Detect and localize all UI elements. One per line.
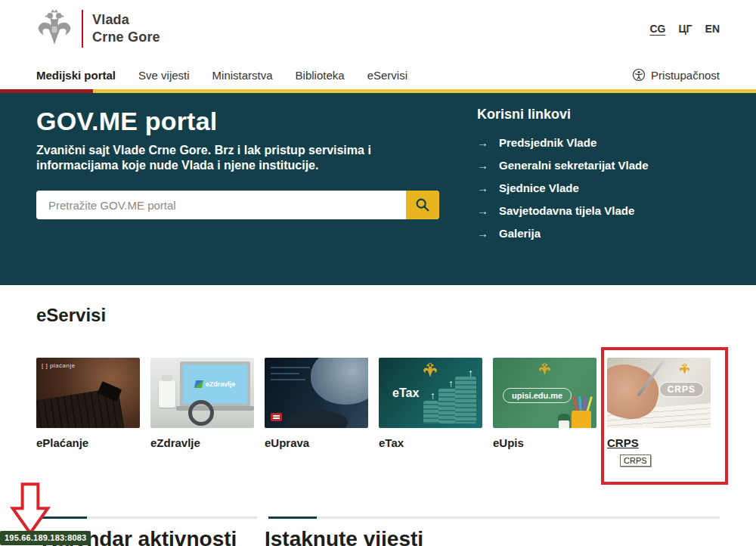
card-image-euprava bbox=[265, 358, 368, 428]
pencil-cup-shape bbox=[572, 411, 591, 428]
etax-logo-text: eTax bbox=[392, 386, 419, 400]
card-image-eupis: upisi.edu.me bbox=[493, 358, 596, 428]
code-line bbox=[271, 379, 305, 380]
card-image-crps: CRPS bbox=[607, 358, 711, 428]
card-label-etax: eTax bbox=[379, 436, 482, 449]
hero-subtitle: Zvanični sajt Vlade Crne Gore. Brz i lak… bbox=[36, 143, 423, 172]
card-eupis[interactable]: upisi.edu.me eUpis bbox=[493, 358, 596, 449]
government-logo[interactable]: Vlada Crne Gore bbox=[36, 8, 160, 50]
pot-shape bbox=[559, 420, 569, 428]
coat-of-arms-icon bbox=[538, 362, 551, 377]
nav-item-ministarstva[interactable]: Ministarstva bbox=[212, 69, 273, 82]
accessibility-label: Pristupačnost bbox=[651, 69, 720, 82]
section-divider-left bbox=[42, 517, 257, 519]
laptop-shape: eZdravlje bbox=[180, 361, 250, 407]
card-image-ezdravlje: eZdravlje bbox=[150, 358, 254, 428]
stethoscope-shape bbox=[188, 400, 214, 426]
lang-en[interactable]: EN bbox=[705, 23, 720, 35]
arrow-right-icon: → bbox=[477, 160, 488, 171]
coin-stack bbox=[423, 401, 438, 423]
coin-stack bbox=[455, 377, 476, 423]
coat-of-arms-icon bbox=[423, 362, 438, 379]
lang-cg-latin[interactable]: CG bbox=[649, 23, 665, 35]
card-label-eplacanje: ePlaćanje bbox=[36, 436, 140, 449]
card-crps[interactable]: CRPS CRPS bbox=[607, 358, 711, 449]
divider-accent bbox=[268, 517, 317, 519]
main-content: eServisi [ ] plaćanje ePlaćanje eZdravlj… bbox=[0, 285, 756, 546]
arrow-right-icon: → bbox=[477, 137, 488, 148]
coat-of-arms-icon bbox=[679, 363, 690, 376]
card-image-eplacanje: [ ] plaćanje bbox=[36, 358, 140, 428]
link-generalni-sekretarijat[interactable]: → Generalni sekretarijat Vlade bbox=[477, 159, 649, 172]
logo-divider bbox=[82, 10, 83, 48]
card-image-etax: eTax ↑ ↑ ↑ bbox=[379, 358, 482, 428]
up-arrow-icon: ↑ bbox=[468, 367, 473, 379]
person-shape bbox=[311, 358, 368, 405]
search-icon bbox=[414, 197, 431, 213]
card-etax[interactable]: eTax ↑ ↑ ↑ eTax bbox=[379, 358, 482, 449]
hero-section: GOV.ME portal Zvanični sajt Vlade Crne G… bbox=[0, 93, 756, 285]
language-switcher: CG ЦГ EN bbox=[649, 23, 720, 35]
search-input[interactable] bbox=[36, 191, 406, 219]
up-arrow-icon: ↑ bbox=[448, 377, 454, 389]
code-line bbox=[271, 367, 310, 368]
arrow-right-icon: → bbox=[477, 182, 488, 194]
link-label: Galerija bbox=[499, 227, 541, 240]
ezdravlje-logo-text: eZdravlje bbox=[206, 380, 236, 388]
placanje-logo: [ ] plaćanje bbox=[42, 362, 76, 369]
search-bar bbox=[36, 191, 439, 219]
nav-item-biblioteka[interactable]: Biblioteka bbox=[296, 69, 345, 82]
search-button[interactable] bbox=[406, 191, 439, 219]
eservices-card-row: [ ] plaćanje ePlaćanje eZdravlje eZdravl… bbox=[36, 358, 711, 449]
link-savjetodavna-tijela[interactable]: → Savjetodavna tijela Vlade bbox=[477, 204, 649, 217]
crps-tooltip: CRPS bbox=[620, 454, 651, 467]
section-divider-right bbox=[268, 517, 720, 519]
eservices-title: eServisi bbox=[36, 305, 106, 326]
link-label: Savjetodavna tijela Vlade bbox=[499, 204, 634, 217]
logo-text: Vlada Crne Gore bbox=[92, 11, 160, 46]
main-navigation: Medijski portal Sve vijesti Ministarstva… bbox=[0, 60, 756, 89]
arrow-right-icon: → bbox=[477, 205, 488, 216]
link-predsjednik-vlade[interactable]: → Predsjednik Vlade bbox=[477, 136, 649, 149]
site-header: Vlada Crne Gore CG ЦГ EN bbox=[0, 0, 756, 60]
up-arrow-icon: ↑ bbox=[430, 389, 435, 402]
lang-cg-cyrillic[interactable]: ЦГ bbox=[678, 23, 692, 35]
page-title: GOV.ME portal bbox=[36, 107, 217, 136]
bottle-cap-shape bbox=[162, 375, 172, 381]
link-galerija[interactable]: → Galerija bbox=[477, 227, 649, 240]
link-label: Sjednice Vlade bbox=[499, 181, 579, 194]
link-label: Generalni sekretarijat Vlade bbox=[499, 159, 649, 172]
logo-line2: Crne Gore bbox=[92, 29, 160, 46]
useful-links-title: Korisni linkovi bbox=[477, 107, 649, 123]
card-eplacanje[interactable]: [ ] plaćanje ePlaćanje bbox=[36, 358, 140, 449]
coat-of-arms-icon bbox=[36, 8, 73, 50]
ezdravlje-logo-icon bbox=[194, 380, 203, 388]
laptop-screen: eZdravlje bbox=[183, 365, 247, 404]
card-euprava[interactable]: eUprava bbox=[265, 358, 368, 449]
useful-links-section: Korisni linkovi → Predsjednik Vlade → Ge… bbox=[477, 107, 649, 250]
card-label-ezdravlje: eZdravlje bbox=[150, 436, 254, 449]
accessibility-button[interactable]: Pristupačnost bbox=[632, 60, 720, 89]
arrow-right-icon: → bbox=[477, 228, 488, 239]
nav-item-eservisi[interactable]: eServisi bbox=[367, 69, 407, 82]
ip-address-tooltip: 195.66.189.183:8083 bbox=[0, 531, 91, 545]
coin-stack bbox=[438, 389, 457, 423]
card-label-euprava: eUprava bbox=[265, 436, 368, 449]
bottle-shape bbox=[159, 380, 175, 408]
upisi-edu-me-badge: upisi.edu.me bbox=[503, 388, 572, 403]
accessibility-icon bbox=[632, 68, 646, 82]
link-sjednice-vlade[interactable]: → Sjednice Vlade bbox=[477, 181, 649, 194]
nav-item-medijski-portal[interactable]: Medijski portal bbox=[36, 69, 116, 82]
euprava-logo bbox=[271, 413, 282, 421]
card-label-crps[interactable]: CRPS bbox=[607, 436, 711, 449]
card-ezdravlje[interactable]: eZdravlje eZdravlje bbox=[150, 358, 254, 449]
featured-news-section-title: Istaknute vijesti bbox=[265, 527, 423, 546]
code-line bbox=[271, 373, 299, 374]
crps-badge: CRPS bbox=[659, 382, 704, 397]
link-label: Predsjednik Vlade bbox=[499, 136, 596, 149]
nav-item-sve-vijesti[interactable]: Sve vijesti bbox=[138, 69, 190, 82]
logo-line1: Vlada bbox=[92, 11, 160, 29]
card-label-eupis: eUpis bbox=[493, 436, 596, 449]
hands-shape bbox=[287, 410, 348, 428]
